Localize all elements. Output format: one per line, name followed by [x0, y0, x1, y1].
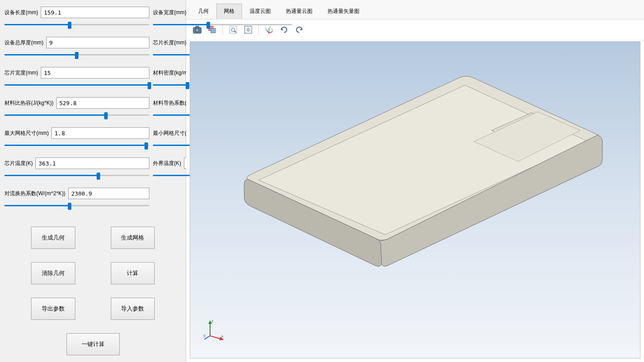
generate-geometry-button[interactable]: 生成几何 — [31, 227, 75, 249]
svg-point-6 — [231, 28, 235, 31]
import-params-button[interactable]: 导入参数 — [111, 298, 155, 320]
tab-heatflux-cloud[interactable]: 热通量云图 — [278, 4, 320, 19]
tab-heatflux-vector[interactable]: 热通量矢量图 — [320, 4, 367, 19]
rotate-cw-icon[interactable] — [293, 23, 306, 36]
clear-geometry-button[interactable]: 清除几何 — [31, 262, 75, 284]
svg-text:x: x — [272, 28, 273, 31]
svg-text:z: z — [211, 319, 214, 323]
param-item: 设备总厚度(mm) — [4, 37, 149, 58]
param-label: 芯片宽度(mm) — [4, 69, 38, 77]
param-label: 最大网格尺寸(mm) — [4, 130, 49, 137]
param-slider[interactable] — [4, 111, 149, 118]
param-input[interactable] — [46, 37, 149, 48]
param-slider[interactable] — [4, 142, 149, 149]
compute-button[interactable]: 计算 — [111, 262, 155, 284]
mesh-render — [212, 64, 611, 339]
param-label: 设备宽度(mm) — [153, 9, 187, 16]
param-slider[interactable] — [4, 51, 149, 58]
param-input[interactable] — [41, 7, 149, 18]
param-label: 设备长度(mm) — [4, 9, 38, 16]
axis-gizmo-icon: z x y — [203, 318, 226, 340]
param-label: 芯片温度(K) — [4, 160, 33, 167]
param-input[interactable] — [51, 127, 149, 139]
param-input[interactable] — [68, 188, 149, 199]
export-params-button[interactable]: 导出参数 — [31, 298, 75, 320]
svg-point-2 — [195, 28, 199, 32]
param-input[interactable] — [41, 67, 149, 79]
viewport-panel: 几何 网格 温度云图 热通量云图 热通量矢量图 zxy — [186, 0, 644, 362]
svg-text:x: x — [221, 334, 223, 338]
svg-line-10 — [269, 31, 273, 33]
svg-rect-4 — [211, 28, 215, 33]
one-click-compute-button[interactable]: 一键计算 — [66, 333, 120, 355]
param-slider[interactable] — [153, 21, 292, 28]
param-item: 芯片宽度(mm) — [4, 67, 149, 88]
param-item: 芯片温度(K) — [4, 157, 149, 179]
param-item: 材料比热容(J/(kg*K)) — [4, 97, 149, 118]
tab-mesh[interactable]: 网格 — [216, 4, 242, 20]
param-input[interactable] — [35, 157, 149, 169]
tab-temperature-cloud[interactable]: 温度云图 — [242, 4, 278, 19]
param-slider[interactable] — [4, 81, 149, 88]
svg-line-11 — [266, 30, 269, 33]
param-slider[interactable] — [4, 202, 149, 209]
param-item: 最大网格尺寸(mm) — [4, 127, 149, 149]
param-label: 外界温度(K) — [153, 160, 181, 167]
generate-mesh-button[interactable]: 生成网格 — [111, 227, 155, 249]
view-tabs: 几何 网格 温度云图 热通量云图 热通量矢量图 — [186, 0, 644, 20]
svg-text:y: y — [203, 333, 206, 338]
param-label: 材料比热容(J/(kg*K)) — [4, 99, 54, 107]
param-slider[interactable] — [4, 21, 149, 28]
param-slider[interactable] — [4, 172, 149, 179]
param-input[interactable] — [56, 97, 149, 109]
param-label: 对流换热系数(W/(m^2*K)) — [4, 190, 66, 197]
3d-viewport[interactable]: z x y — [190, 41, 640, 358]
param-label: 设备总厚度(mm) — [4, 39, 43, 47]
parameters-panel: 设备长度(mm) 设备宽度(mm) 设备总厚度(mm) — [0, 0, 186, 362]
svg-line-7 — [234, 31, 236, 32]
param-item: 设备长度(mm) — [4, 7, 149, 28]
tab-geometry[interactable]: 几何 — [191, 4, 216, 19]
param-label: 芯片长度(mm) — [153, 39, 187, 47]
param-item: 对流换热系数(W/(m^2*K)) — [4, 188, 149, 209]
